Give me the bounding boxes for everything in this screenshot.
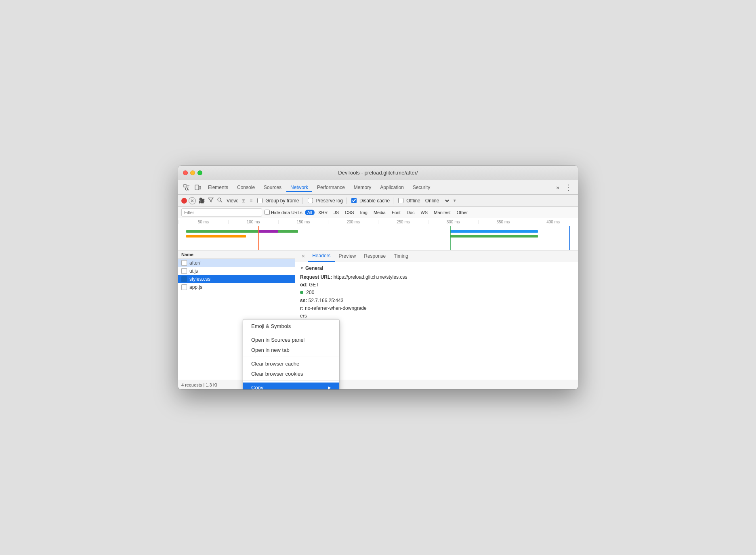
tab-performance[interactable]: Performance [313,183,349,192]
status-value: 200 [306,290,314,295]
tab-response[interactable]: Response [360,251,390,261]
window-title: DevTools - preload.glitch.me/after/ [338,170,418,176]
filter-input[interactable] [181,208,262,217]
list-view-icon[interactable]: ⊞ [240,197,247,204]
timeline-ruler: 50 ms 100 ms 150 ms 200 ms 250 ms 300 ms… [178,218,578,226]
tl-bar-2 [186,235,246,238]
camera-icon[interactable]: 🎥 [197,197,206,204]
tab-sources[interactable]: Sources [260,183,286,192]
headers-section-row: ers [300,312,573,320]
throttle-select[interactable]: Online Slow 3G Fast 3G [424,198,450,204]
address-value: 52.7.166.25:443 [309,298,344,303]
tl-bar-5 [450,235,538,238]
svg-rect-3 [199,186,201,189]
panel-close-button[interactable]: × [298,251,308,261]
file-name-stylescss: styles.css [189,276,210,282]
filter-img[interactable]: Img [358,210,370,215]
general-section-title: General [300,265,573,271]
svg-rect-0 [184,185,186,187]
filter-manifest[interactable]: Manifest [431,210,453,215]
tick-250ms: 250 ms [378,220,428,224]
hide-data-urls-checkbox[interactable] [265,210,270,215]
tl-bar-3 [258,230,278,233]
filter-all[interactable]: All [305,210,315,215]
filter-doc[interactable]: Doc [404,210,417,215]
request-url-row: Request URL: https://preload.glitch.me/s… [300,273,573,281]
tab-headers[interactable]: Headers [308,250,334,262]
filter-media[interactable]: Media [371,210,388,215]
menu-emoji-symbols[interactable]: Emoji & Symbols [243,321,339,331]
address-label: ss: [300,298,307,303]
tl-marker-1 [258,226,259,250]
tab-security[interactable]: Security [409,183,434,192]
filter-ws[interactable]: WS [418,210,430,215]
group-by-frame-checkbox[interactable] [257,198,262,203]
hide-data-urls-label: Hide data URLs [265,210,302,215]
file-name-appjs: app.js [189,284,202,290]
inspect-icon[interactable] [181,182,192,193]
devtools-menu-button[interactable]: ⋮ [563,182,575,193]
file-name-after: after/ [189,260,200,266]
tick-100ms: 100 ms [228,220,278,224]
responsive-icon[interactable] [193,182,203,193]
group-by-frame-label: Group by frame [265,198,299,204]
tab-console[interactable]: Console [233,183,259,192]
filter-type-buttons: All XHR JS CSS Img Media Font Doc WS Man… [305,210,470,215]
tab-preview[interactable]: Preview [335,251,360,261]
tick-300ms: 300 ms [428,220,478,224]
timeline-area: 50 ms 100 ms 150 ms 200 ms 250 ms 300 ms… [178,218,578,250]
search-icon[interactable] [216,196,223,205]
tab-memory[interactable]: Memory [350,183,375,192]
preserve-log-checkbox[interactable] [308,198,313,203]
filter-css[interactable]: CSS [342,210,357,215]
file-item-appjs[interactable]: app.js [178,283,295,291]
view-label: View: [227,198,238,204]
waterfall-view-icon[interactable]: ≡ [248,197,254,204]
menu-copy[interactable]: Copy [243,383,339,389]
filter-xhr[interactable]: XHR [316,210,330,215]
close-button[interactable] [183,170,188,175]
method-value: GET [309,282,319,288]
address-row: ss: 52.7.166.25:443 [300,297,573,305]
tick-200ms: 200 ms [328,220,378,224]
toolbar-separator [302,198,303,204]
throttle-arrow: ▼ [453,198,457,203]
status-dot [300,291,303,294]
tab-elements[interactable]: Elements [204,183,232,192]
status-text: 4 requests | 1.3 Ki [181,383,217,387]
file-item-after[interactable]: after/ [178,259,295,267]
more-tabs-button[interactable]: » [554,183,562,192]
offline-checkbox[interactable] [398,198,403,203]
minimize-button[interactable] [190,170,195,175]
preserve-log-label: Preserve log [316,198,343,204]
tl-bar-4 [450,230,538,233]
svg-line-7 [220,201,222,202]
request-url-label: Request URL: [300,274,332,280]
menu-clear-cache[interactable]: Clear browser cache [243,359,339,369]
file-item-stylescss[interactable]: styles.css [178,275,295,283]
menu-open-new-tab[interactable]: Open in new tab [243,345,339,355]
tl-bar-1 [186,230,298,233]
filter-other[interactable]: Other [454,210,470,215]
record-button[interactable] [181,198,187,204]
maximize-button[interactable] [197,170,202,175]
filter-icon[interactable] [207,196,214,205]
tab-network[interactable]: Network [286,183,312,192]
menu-clear-cookies[interactable]: Clear browser cookies [243,369,339,379]
tab-application[interactable]: Application [376,183,408,192]
tab-timing[interactable]: Timing [390,251,412,261]
svg-point-6 [218,198,221,201]
file-icon-stylescss [181,276,187,282]
filter-js[interactable]: JS [331,210,341,215]
file-icon-after [181,260,187,266]
filter-font[interactable]: Font [389,210,403,215]
timeline-bars [178,226,578,250]
traffic-lights [183,170,202,175]
disable-cache-checkbox[interactable] [351,198,357,203]
menu-sep-1 [243,333,339,333]
clear-button[interactable] [189,197,196,204]
file-name-uijs: ui.js [189,268,198,274]
file-item-uijs[interactable]: ui.js [178,267,295,275]
menu-open-sources[interactable]: Open in Sources panel [243,335,339,345]
file-icon-uijs [181,268,187,274]
